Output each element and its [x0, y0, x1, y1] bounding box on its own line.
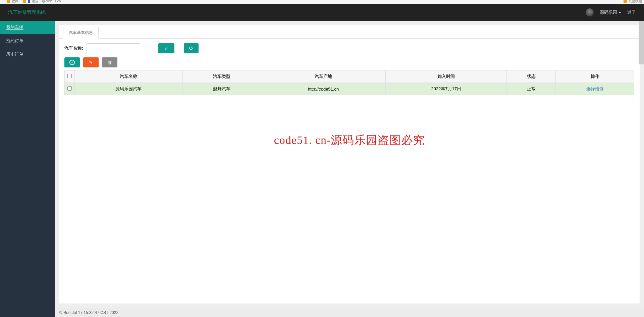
cell-name: 源码乐园汽车: [75, 83, 183, 95]
app-header: 汽车维修管理系统 源码乐园 退了: [0, 4, 644, 21]
browser-bar: 收藏 项目下载code51.cn 其他收藏: [0, 0, 644, 4]
cell-status: 正常: [507, 83, 556, 95]
refresh-icon: [189, 45, 194, 51]
header-checkbox-cell: [65, 70, 75, 83]
cell-action: 选择维修: [556, 83, 634, 95]
toolbar: 汽车名称:: [59, 39, 640, 67]
browser-tab-fragment: 收藏 项目下载code51.cn: [7, 0, 61, 4]
page-icon: [28, 0, 30, 3]
table-header-row: 汽车名称 汽车类型 汽车产地 购入时间 状态 操作: [65, 70, 634, 83]
plus-circle-icon: [69, 60, 75, 65]
col-status: 状态: [507, 70, 556, 83]
sidebar: 我的车辆 预约订单 历史订单: [0, 21, 55, 317]
search-button[interactable]: [158, 43, 174, 53]
cars-table: 汽车名称 汽车类型 汽车产地 购入时间 状态 操作: [64, 70, 634, 95]
trash-icon: [108, 60, 112, 65]
choose-repair-link[interactable]: 选择维修: [586, 86, 604, 91]
content-area: 汽车基本信息 汽车名称:: [55, 21, 644, 317]
search-label: 汽车名称:: [64, 45, 83, 51]
edit-button[interactable]: [83, 57, 99, 67]
sidebar-item-my-cars[interactable]: 我的车辆: [0, 21, 55, 34]
username-dropdown[interactable]: 源码乐园: [600, 9, 621, 15]
tabs-bar: 汽车基本信息: [59, 25, 640, 39]
col-name: 汽车名称: [75, 70, 183, 83]
footer: © Sun Jul 17 15:32:47 CST 2022: [55, 308, 644, 317]
col-action: 操作: [556, 70, 634, 83]
row-checkbox[interactable]: [67, 86, 72, 91]
sidebar-item-history-orders[interactable]: 历史订单: [0, 48, 55, 61]
browser-right-fragment: 其他收藏: [624, 0, 642, 4]
table-wrap: 汽车名称 汽车类型 汽车产地 购入时间 状态 操作: [59, 67, 640, 304]
col-buytime: 购入时间: [386, 70, 507, 83]
add-button[interactable]: [64, 57, 80, 67]
tab-car-basic-info[interactable]: 汽车基本信息: [63, 27, 99, 39]
app-title: 汽车维修管理系统: [8, 9, 46, 15]
cell-origin: http://code51.cn: [261, 83, 385, 95]
vertical-scrollbar[interactable]: [639, 21, 644, 64]
caret-down-icon: [619, 12, 621, 13]
folder-icon: [7, 0, 10, 3]
col-origin: 汽车产地: [261, 70, 385, 83]
folder-icon: [624, 0, 627, 3]
col-type: 汽车类型: [182, 70, 261, 83]
car-name-input[interactable]: [87, 43, 140, 53]
cell-type: 越野汽车: [182, 83, 261, 95]
cell-buytime: 2022年7月17日: [386, 83, 507, 95]
sidebar-item-reservation-orders[interactable]: 预约订单: [0, 34, 55, 48]
check-icon: [164, 46, 168, 51]
avatar[interactable]: [586, 8, 594, 16]
table-row[interactable]: 源码乐园汽车 越野汽车 http://code51.cn 2022年7月17日 …: [65, 83, 634, 95]
logout-link[interactable]: 退了: [627, 9, 636, 15]
refresh-button[interactable]: [184, 43, 199, 53]
row-checkbox-cell: [65, 83, 75, 95]
user-area: 源码乐园 退了: [586, 8, 636, 16]
pencil-icon: [89, 60, 93, 65]
username-label: 源码乐园: [600, 9, 617, 15]
delete-button[interactable]: [102, 57, 117, 67]
select-all-checkbox[interactable]: [67, 74, 72, 78]
folder-icon: [23, 0, 26, 3]
